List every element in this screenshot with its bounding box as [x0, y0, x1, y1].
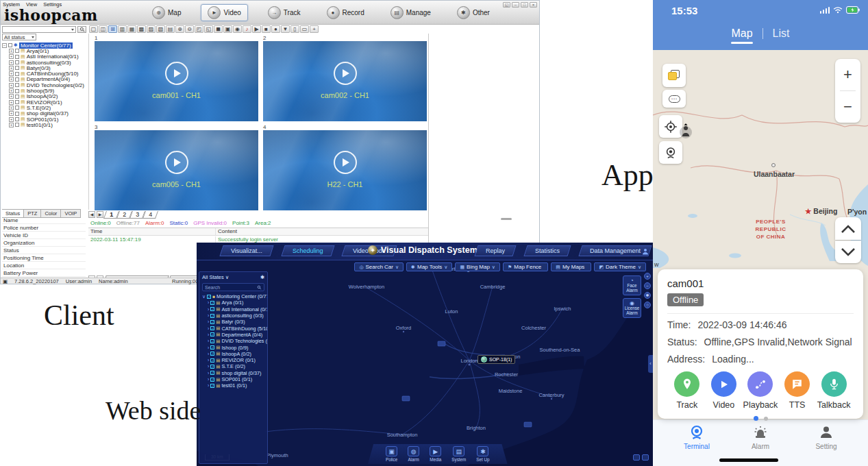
tree-item[interactable]: + ▤ test01(0/1): [2, 122, 87, 127]
nav-record-button[interactable]: ● Record: [321, 5, 371, 21]
checkbox[interactable]: [15, 83, 19, 87]
checkbox[interactable]: [15, 106, 19, 110]
map-settings-button[interactable]: ✱: [644, 292, 651, 299]
home-indicator[interactable]: [719, 458, 778, 462]
stop-icon[interactable]: ■: [262, 25, 271, 33]
dock-system-button[interactable]: ▤ System: [451, 446, 466, 462]
nav-manage-button[interactable]: ▤ Manage: [384, 5, 437, 21]
dock-setup-button[interactable]: ✱ Set Up: [476, 446, 489, 462]
chevron-right-icon[interactable]: ›: [208, 326, 209, 331]
user-avatar-icon[interactable]: [641, 246, 649, 258]
checkbox[interactable]: [15, 49, 19, 53]
map-tools-button[interactable]: ✱ Map Tools ∨: [406, 262, 452, 271]
tree-item[interactable]: › ✓ ▤ S.T.E (0/2): [202, 363, 267, 369]
play-icon[interactable]: [334, 151, 357, 174]
video-tile[interactable]: cam002 - CH1: [263, 41, 427, 121]
dark-theme-button[interactable]: ◩ Dark Theme ∨: [594, 262, 646, 271]
chevron-right-icon[interactable]: ›: [208, 383, 209, 388]
stream-select-icon[interactable]: ▣: [223, 25, 232, 33]
nav-map-button[interactable]: ⊕ Map: [146, 5, 187, 21]
tree-item[interactable]: › ✓ ▤ DepartmentA (0/4): [202, 332, 267, 338]
layout-2-icon[interactable]: ◫: [99, 25, 108, 33]
video-tile[interactable]: cam001 - CH1: [95, 41, 258, 121]
chevron-right-icon[interactable]: ›: [208, 339, 209, 343]
map-layers-button[interactable]: [633, 454, 640, 461]
checkbox[interactable]: [15, 95, 19, 99]
zoom-in-button[interactable]: +: [835, 59, 860, 90]
pin-button[interactable]: ◱: [503, 2, 510, 8]
checkbox[interactable]: ✓: [210, 384, 214, 388]
delete-icon[interactable]: ▭: [300, 25, 309, 33]
audio-icon[interactable]: ♪: [243, 25, 251, 33]
collapse-panel-button[interactable]: ‹: [648, 355, 653, 373]
camera-list-button[interactable]: [659, 141, 682, 164]
pan-up-button[interactable]: [835, 217, 861, 240]
tab-map[interactable]: Map: [721, 26, 762, 41]
save-icon[interactable]: ▼: [281, 25, 290, 33]
ptz-icon[interactable]: +: [310, 25, 319, 33]
tree-item[interactable]: › ✓ ▤ test01 (0/1): [202, 382, 267, 389]
map-fullscreen-button[interactable]: [642, 454, 649, 461]
checkbox[interactable]: ✓: [210, 345, 214, 350]
chevron-right-icon[interactable]: ›: [208, 307, 209, 312]
tree-item[interactable]: › ✓ ▤ asticonsulting (0/3): [202, 312, 267, 319]
video-button[interactable]: Video: [706, 371, 743, 410]
tree-item[interactable]: › ✓ ▤ Asti International (0/1): [202, 306, 267, 312]
file-icon[interactable]: ▯: [290, 25, 299, 33]
expand-icon[interactable]: +: [9, 100, 14, 105]
tree-item[interactable]: › ✓ ▤ IshoopA (0/2): [202, 351, 267, 357]
map-zoom-in-button[interactable]: +: [644, 273, 651, 280]
web-nav-item[interactable]: Replay: [474, 245, 516, 256]
bing-map-button[interactable]: ▦ Bing Map ∨: [455, 262, 500, 271]
expand-icon[interactable]: +: [9, 111, 14, 116]
zoom-out-button[interactable]: −: [835, 91, 860, 123]
web-nav-item[interactable]: Statistics: [523, 245, 571, 256]
chevron-right-icon[interactable]: ›: [208, 364, 209, 369]
checkbox[interactable]: [15, 100, 19, 104]
chevron-right-icon[interactable]: ›: [208, 319, 209, 324]
search-car-button[interactable]: ◎ Search Car ∨: [354, 262, 404, 271]
checkbox[interactable]: [15, 72, 19, 76]
layout-4-icon[interactable]: ⊞: [108, 25, 117, 33]
expand-icon[interactable]: +: [9, 66, 14, 71]
expand-icon[interactable]: +: [9, 117, 14, 122]
checkbox[interactable]: [15, 89, 19, 93]
checkbox[interactable]: ✓: [210, 371, 214, 375]
tree-item[interactable]: › ✓ ▤ SOP001 (0/1): [202, 376, 267, 382]
web-nav-item[interactable]: Scheduling: [281, 245, 334, 256]
layout-8-icon[interactable]: ▦: [127, 25, 136, 33]
tree-item[interactable]: › ✓ ▤ DVID Technologies (0/2): [202, 338, 267, 344]
more-options-button[interactable]: ⋯: [662, 90, 686, 108]
play-icon[interactable]: ▶: [252, 25, 261, 33]
chevron-right-icon[interactable]: ›: [208, 345, 209, 350]
nav-track-button[interactable]: → Track: [262, 5, 307, 21]
checkbox[interactable]: ✓: [210, 314, 214, 318]
device-marker[interactable]: SOP-18(1): [478, 355, 515, 364]
map-zoom-out-button[interactable]: −: [644, 282, 651, 289]
checkbox[interactable]: ✓: [210, 332, 214, 336]
expand-icon[interactable]: +: [9, 54, 14, 59]
layout-25-icon[interactable]: ▤: [166, 25, 175, 33]
checkbox[interactable]: ✓: [210, 339, 214, 343]
checkbox[interactable]: [8, 43, 12, 47]
state-filter-select[interactable]: All States ∨: [202, 274, 229, 280]
tab-terminal[interactable]: Terminal: [669, 424, 724, 450]
tree-item[interactable]: › ✓ ▤ Batyr (0/3): [202, 319, 267, 325]
layout-16-icon[interactable]: ▧: [156, 25, 165, 33]
tab-setting[interactable]: Setting: [799, 424, 854, 450]
map-fence-button[interactable]: ⚑ Map Fence: [503, 262, 548, 271]
prev-page-button[interactable]: ◀: [88, 211, 95, 218]
expand-icon[interactable]: +: [9, 83, 14, 88]
expand-icon[interactable]: +: [9, 106, 14, 110]
sidebar-search-input[interactable]: Search: [202, 283, 264, 291]
chevron-right-icon[interactable]: ›: [208, 377, 209, 382]
snapshot-icon[interactable]: ◉: [233, 25, 242, 33]
playback-button[interactable]: Playback: [742, 371, 779, 410]
face-alarm-panel[interactable]: ◔ Face Alarm: [623, 275, 641, 295]
drag-mode-icon[interactable]: ◰: [195, 25, 203, 33]
checkbox[interactable]: [15, 66, 19, 70]
chevron-right-icon[interactable]: ›: [208, 371, 209, 376]
expand-icon[interactable]: +: [9, 71, 14, 76]
expand-icon[interactable]: +: [9, 77, 14, 82]
checkbox[interactable]: ✓: [210, 320, 214, 324]
